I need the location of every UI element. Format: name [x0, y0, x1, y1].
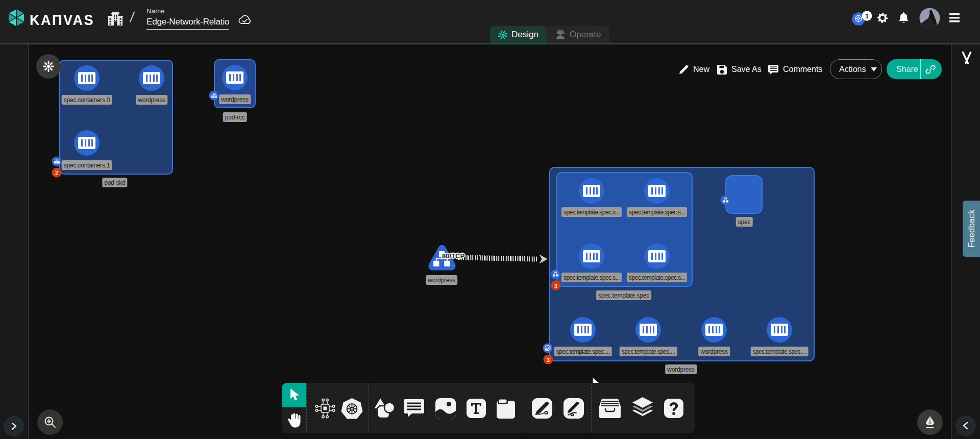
- svg-text:1: 1: [865, 12, 869, 20]
